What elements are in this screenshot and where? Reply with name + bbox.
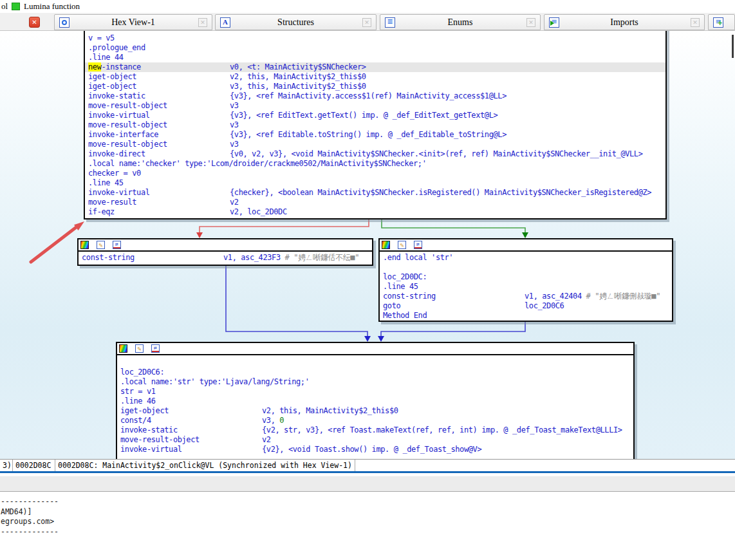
code-line: v = v5 <box>85 33 665 43</box>
ida-window: ol Lumina function ✕ Hex View-1 ✕ A Stru… <box>0 0 735 560</box>
code-line: invoke-static{v3}, <ref MainActivity.acc… <box>85 91 665 101</box>
edge-arrowhead <box>364 336 371 342</box>
code-line: iget-objectv2, this, MainActivity$2_this… <box>117 406 633 416</box>
code-line: iget-objectv2, this, MainActivity$2_this… <box>85 72 665 82</box>
code-line <box>117 358 633 368</box>
code-line: invoke-static{v2, str, v3}, <ref Toast.m… <box>117 425 633 435</box>
output-line: AMD64)] <box>1 507 735 518</box>
edge-true-arrowhead <box>522 232 528 238</box>
tab-hex-view[interactable]: Hex View-1 ✕ <box>54 14 212 30</box>
code-line: str = v1 <box>117 387 633 397</box>
code-line: .line 46 <box>117 397 633 406</box>
code-line: invoke-interface{v3}, <ref Editable.toSt… <box>85 130 665 140</box>
tab-bar: ✕ Hex View-1 ✕ A Structures ✕ ≣ Enums ✕ … <box>0 13 735 31</box>
node-title-bar: ✎ ⇄ <box>380 239 672 252</box>
code-line: new-instancev0, <t: MainActivity$SNCheck… <box>85 62 665 72</box>
node-title-bar: ✎ ⇄ <box>117 343 633 355</box>
edge-left-to-bottom <box>226 266 368 336</box>
code-line: invoke-direct{v0, v2, v3}, <void MainAct… <box>85 149 665 159</box>
code-line: if-eqzv2, loc_2D0DC <box>85 207 665 217</box>
exports-icon: ≡+ <box>713 17 723 28</box>
code-line: .line 45 <box>85 178 665 188</box>
active-tab-close-icon[interactable]: ✕ <box>29 17 40 28</box>
status-function: 0002D08C: MainActivity$2_onClick@VL (Syn… <box>55 460 355 471</box>
node-group-icon[interactable]: ⇄ <box>113 241 121 249</box>
code-line: .prologue_end <box>85 43 665 53</box>
node-edit-icon[interactable]: ✎ <box>135 344 144 353</box>
edge-arrowhead <box>378 336 384 342</box>
status-bar: 3) 0002D08C 0002D08C: MainActivity$2_onC… <box>0 459 735 471</box>
tab-partial[interactable]: ≡+ <box>708 14 735 30</box>
code-line: Method End <box>380 311 672 321</box>
output-window[interactable]: ------------- AMD64)] egroups.com> -----… <box>0 492 735 560</box>
code-line: .line 45 <box>380 282 672 292</box>
code-line: invoke-virtual{v3}, <ref EditText.getTex… <box>85 111 665 120</box>
code-line: move-result-objectv3 <box>85 140 665 149</box>
code-line: checker = v0 <box>85 169 665 178</box>
annotation-arrow <box>31 226 78 262</box>
output-line: ------------- <box>1 527 735 537</box>
tab-close-icon[interactable]: ✕ <box>362 18 371 27</box>
lumina-label[interactable]: Lumina function <box>24 1 80 12</box>
tab-enums[interactable]: ≣ Enums ✕ <box>380 14 541 30</box>
node-group-icon[interactable]: ⇄ <box>151 344 160 353</box>
tab-imports[interactable]: ≡ Imports ✕ <box>544 14 705 30</box>
code-line: move-result-objectv2 <box>117 435 633 445</box>
node-edit-icon[interactable]: ✎ <box>398 241 406 249</box>
node-color-icon[interactable] <box>382 241 390 249</box>
node-edit-icon[interactable]: ✎ <box>97 241 105 249</box>
code-line: loc_2D0DC: <box>380 272 672 282</box>
code-line: loc_2D0C6: <box>117 368 633 377</box>
code-line: .local name:'checker' type:'Lcom/droider… <box>85 159 665 169</box>
code-line: .line 44 <box>85 53 665 62</box>
scrollbar[interactable] <box>732 35 734 58</box>
code-line <box>380 263 672 272</box>
code-line: const-stringv1, asc_423F3 # "娉ㄥ唽鐮佸不纭■" <box>79 253 372 263</box>
node-group-icon[interactable]: ⇄ <box>414 241 422 249</box>
graph-view[interactable]: v = v5.prologue_end.line 44new-instancev… <box>0 31 735 459</box>
edge-false-arrowhead <box>196 232 203 238</box>
code-line: gotoloc_2D0C6 <box>380 301 672 311</box>
tab-close-icon[interactable]: ✕ <box>526 18 535 27</box>
tab-structures[interactable]: A Structures ✕ <box>215 14 377 30</box>
tab-close-icon[interactable]: ✕ <box>198 18 207 27</box>
tab-label: Imports <box>544 17 704 28</box>
node-color-icon[interactable] <box>80 241 89 249</box>
toolbar: ol Lumina function <box>0 0 735 13</box>
code-line: const/4v3, 0 <box>117 416 633 425</box>
edge-right-to-bottom <box>381 322 525 336</box>
code-line: move-result-objectv3 <box>85 120 665 130</box>
code-line: invoke-virtual{checker}, <boolean MainAc… <box>85 188 665 198</box>
tab-label: Structures <box>216 17 376 28</box>
status-address: 0002D08C <box>13 460 55 471</box>
dock-separator[interactable] <box>0 471 735 473</box>
basic-block-top[interactable]: v = v5.prologue_end.line 44new-instancev… <box>84 31 667 219</box>
basic-block-left[interactable]: ✎ ⇄ const-stringv1, asc_423F3 # "娉ㄥ唽鐮佸不纭… <box>77 238 373 266</box>
code-line: const-stringv1, asc_42404 # "娉ㄥ唽鐮侀敊璇■" <box>380 292 672 301</box>
node-title-bar: ✎ ⇄ <box>79 239 372 252</box>
code-line: .local name:'str' type:'Ljava/lang/Strin… <box>117 377 633 387</box>
tab-label: Enums <box>380 17 540 28</box>
toolbar-cropped-text: ol <box>1 1 8 12</box>
lumina-status-icon <box>12 3 20 10</box>
tab-label: Hex View-1 <box>55 17 212 28</box>
code-line: iget-objectv3, this, MainActivity$2_this… <box>85 82 665 91</box>
output-line: ------------- <box>1 497 735 507</box>
code-line: move-result-objectv3 <box>85 101 665 111</box>
edge-true-branch <box>382 218 525 232</box>
code-line: move-resultv2 <box>85 198 665 207</box>
tab-close-icon[interactable]: ✕ <box>691 18 700 27</box>
splitter-bar[interactable] <box>0 476 735 492</box>
basic-block-right[interactable]: ✎ ⇄ .end local 'str' loc_2D0DC:.line 45c… <box>378 238 673 322</box>
code-line: invoke-virtual{v2}, <void Toast.show() i… <box>117 445 633 454</box>
code-line: .end local 'str' <box>380 253 672 263</box>
edge-false-branch <box>200 218 369 232</box>
node-color-icon[interactable] <box>119 344 127 353</box>
status-cell: 3) <box>0 460 13 471</box>
output-line: egroups.com> <box>1 517 735 527</box>
basic-block-bottom[interactable]: ✎ ⇄ loc_2D0C6:.local name:'str' type:'Lj… <box>116 342 635 459</box>
